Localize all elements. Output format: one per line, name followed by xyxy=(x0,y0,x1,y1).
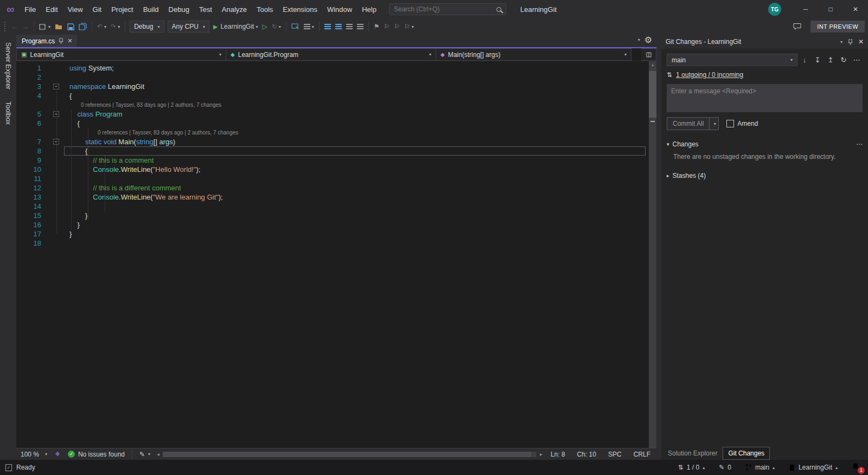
uncomment-selection-button[interactable] xyxy=(355,20,366,33)
line-number[interactable]: 12 xyxy=(16,183,49,192)
project-dropdown[interactable]: ▣ LearningGit ▾ xyxy=(16,48,226,61)
background-tasks-icon[interactable]: ✓ xyxy=(5,464,12,471)
send-feedback-button[interactable] xyxy=(791,20,804,33)
document-tab-program-cs[interactable]: Program.cs ✕ xyxy=(16,35,77,47)
menu-item[interactable]: Help xyxy=(357,0,381,18)
menu-item[interactable]: Test xyxy=(194,0,217,18)
line-number[interactable]: 13 xyxy=(16,192,49,202)
tab-git-changes[interactable]: Git Changes xyxy=(723,447,770,460)
refresh-button[interactable]: ↻ xyxy=(838,54,850,66)
code-line[interactable]: 11 xyxy=(16,174,649,183)
line-number[interactable]: 7 xyxy=(16,137,49,146)
commit-options-dropdown[interactable]: ▾ xyxy=(710,117,719,130)
line-number[interactable]: 18 xyxy=(16,239,49,248)
solution-platform-select[interactable]: Any CPU ▾ xyxy=(168,21,209,33)
split-window-button[interactable] xyxy=(641,48,656,61)
navigate-forward-button[interactable]: → xyxy=(20,20,31,33)
line-number[interactable]: 4 xyxy=(16,91,49,100)
output-window-button[interactable]: ▾ xyxy=(302,20,316,33)
code-line[interactable]: 1using System; xyxy=(16,63,649,73)
branch-select[interactable]: main ▾ xyxy=(667,54,797,66)
toggle-bookmark-button[interactable]: ⚑ xyxy=(372,20,382,33)
code-line[interactable]: 13 Console.WriteLine("We are learning Gi… xyxy=(16,192,649,202)
line-number[interactable]: 3 xyxy=(16,82,49,91)
menu-item[interactable]: Build xyxy=(138,0,164,18)
close-button[interactable]: ✕ xyxy=(843,0,868,18)
navigate-back-button[interactable]: ← xyxy=(9,20,20,33)
outgoing-incoming-link[interactable]: 1 outgoing / 0 incoming xyxy=(676,71,743,79)
line-number[interactable]: 9 xyxy=(16,156,49,165)
pending-edits-status[interactable]: ✎ 0 xyxy=(719,464,731,471)
pin-icon[interactable] xyxy=(848,39,853,45)
line-number[interactable]: 2 xyxy=(16,73,49,82)
code-line[interactable]: 10 Console.WriteLine("Hello World!"); xyxy=(16,165,649,174)
line-number[interactable]: 5 xyxy=(16,110,49,119)
open-file-button[interactable] xyxy=(53,20,65,33)
collapse-icon[interactable]: − xyxy=(53,84,59,89)
redo-button[interactable]: ↷▾ xyxy=(108,20,122,33)
tab-solution-explorer[interactable]: Solution Explorer xyxy=(662,447,723,460)
line-number[interactable]: 17 xyxy=(16,229,49,239)
hot-reload-button[interactable]: ↻▾ xyxy=(270,20,283,33)
commit-all-button[interactable]: Commit All xyxy=(667,117,710,130)
code-line[interactable]: 14 xyxy=(16,202,649,211)
push-button[interactable]: ↥ xyxy=(825,54,837,66)
line-indicator[interactable]: Ln: 8 xyxy=(545,451,571,458)
line-number[interactable]: 11 xyxy=(16,174,49,183)
save-all-button[interactable] xyxy=(76,20,89,33)
member-dropdown[interactable]: ◆ Main(string[] args) ▾ xyxy=(436,48,631,61)
code-lens-text[interactable]: 0 references | Taysser, 83 days ago | 2 … xyxy=(64,128,649,137)
code-line[interactable]: 5− class Program xyxy=(16,110,649,119)
zoom-select[interactable]: 100 % ▾ xyxy=(16,451,52,458)
solution-configuration-select[interactable]: Debug ▾ xyxy=(130,21,164,33)
code-line[interactable]: 3−namespace LearningGit xyxy=(16,82,649,91)
stashes-section-header[interactable]: ▸ Stashes (4) xyxy=(667,172,863,179)
editor-options-gear-icon[interactable]: ⚙ xyxy=(644,35,652,45)
code-line[interactable]: 9 // this is a comment xyxy=(16,156,649,165)
code-cleanup-button[interactable]: ✎ ▾ xyxy=(135,451,155,458)
attach-process-button[interactable] xyxy=(289,20,302,33)
menu-item[interactable]: File xyxy=(20,0,41,18)
sidebar-tab-toolbox[interactable]: Toolbox xyxy=(4,101,12,125)
menu-item[interactable]: Debug xyxy=(164,0,194,18)
notifications-button[interactable]: 1 xyxy=(852,463,863,472)
open-documents-dropdown-icon[interactable]: ▾ xyxy=(638,37,640,42)
vertical-scrollbar[interactable]: ▴ xyxy=(649,61,656,448)
pin-icon[interactable] xyxy=(59,38,63,44)
line-number[interactable] xyxy=(16,100,49,110)
code-lens-row[interactable]: 0 references | Taysser, 83 days ago | 2 … xyxy=(16,128,649,137)
decrease-indent-button[interactable] xyxy=(333,20,344,33)
changes-section-header[interactable]: ▾ Changes ⋯ xyxy=(667,140,863,148)
line-number[interactable]: 8 xyxy=(16,146,49,156)
menu-item[interactable]: Tools xyxy=(252,0,278,18)
current-repository-status[interactable]: LearningGit ▴ xyxy=(789,464,838,471)
code-line[interactable]: 4{ xyxy=(16,91,649,100)
line-number[interactable]: 16 xyxy=(16,220,49,229)
menu-item[interactable]: View xyxy=(63,0,88,18)
line-number[interactable]: 1 xyxy=(16,63,49,73)
scroll-left-icon[interactable]: ◂ xyxy=(155,451,162,457)
scroll-right-icon[interactable]: ▸ xyxy=(538,451,545,457)
minimap-icon[interactable]: ❖ xyxy=(52,451,63,458)
code-line[interactable]: 17} xyxy=(16,229,649,239)
fetch-button[interactable]: ↓ xyxy=(799,54,810,66)
start-debug-button[interactable]: ▶ LearningGit ▾ xyxy=(211,20,260,33)
commits-sync-status[interactable]: ⇅ 1 / 0 ▴ xyxy=(678,464,705,471)
current-branch-status[interactable]: main ▴ xyxy=(745,464,775,471)
int-preview-button[interactable]: INT PREVIEW xyxy=(810,21,865,33)
menu-item[interactable]: Git xyxy=(88,0,107,18)
maximize-button[interactable]: □ xyxy=(818,0,843,18)
code-line[interactable]: 12 // this is a different comment xyxy=(16,183,649,192)
code-line[interactable]: 7− static void Main(string[] args) xyxy=(16,137,649,146)
commit-message-input[interactable] xyxy=(667,84,863,112)
git-more-actions-button[interactable]: ⋯ xyxy=(851,54,863,66)
chevron-down-icon[interactable]: ▾ xyxy=(840,40,843,44)
bookmark-window-button[interactable]: ⚐▾ xyxy=(402,20,416,33)
fold-collapse-marker[interactable]: − xyxy=(49,82,64,91)
start-without-debugging-button[interactable]: ▷ xyxy=(260,20,269,33)
panel-splitter[interactable] xyxy=(656,35,661,460)
code-line[interactable]: 6 { xyxy=(16,119,649,128)
line-ending-indicator[interactable]: CRLF xyxy=(628,451,656,458)
code-lens-text[interactable]: 0 references | Taysser, 83 days ago | 2 … xyxy=(64,100,649,110)
git-panel-header[interactable]: Git Changes - LearningGit ▾ ✕ xyxy=(661,35,868,49)
